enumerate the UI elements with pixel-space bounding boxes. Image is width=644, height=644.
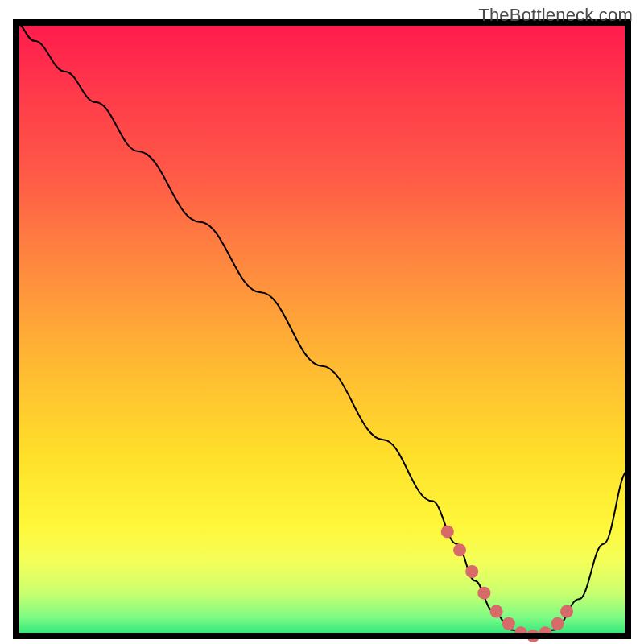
highlight-dot bbox=[477, 587, 490, 600]
highlight-dot bbox=[453, 543, 466, 556]
highlight-dot bbox=[551, 617, 564, 630]
watermark-text: TheBottleneck.com bbox=[478, 5, 633, 26]
bottleneck-chart bbox=[0, 0, 644, 644]
highlight-dot bbox=[560, 605, 573, 618]
highlight-dot bbox=[441, 525, 454, 538]
gradient-background bbox=[16, 23, 628, 636]
highlight-dot bbox=[465, 565, 478, 578]
highlight-dot bbox=[490, 605, 503, 618]
chart-container: TheBottleneck.com bbox=[0, 0, 644, 644]
highlight-dot bbox=[502, 617, 515, 630]
